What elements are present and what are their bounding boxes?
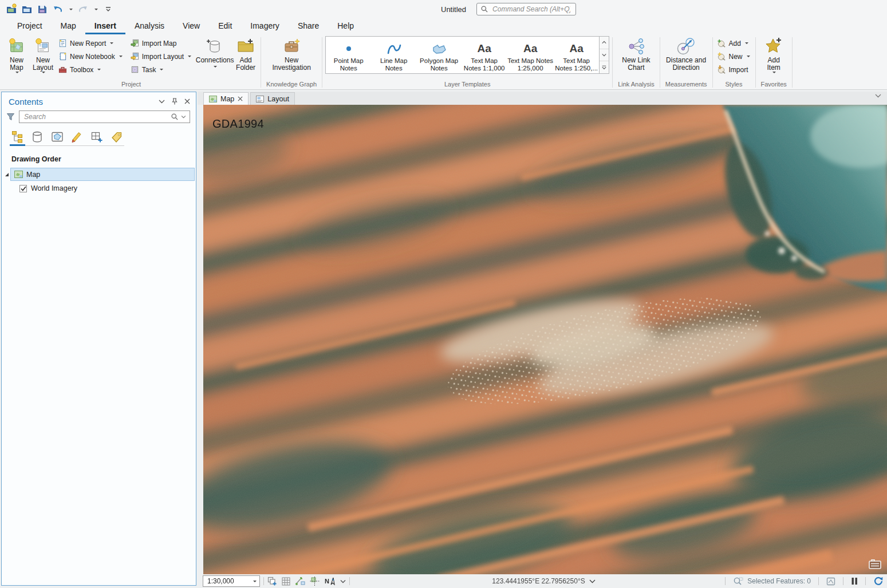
ribbon-separator	[755, 37, 756, 88]
customize-quick-access-button[interactable]	[101, 2, 115, 16]
add-folder-icon	[236, 36, 255, 57]
contents-search-input[interactable]	[23, 112, 168, 121]
save-project-button[interactable]	[36, 2, 49, 16]
distance-and-direction-icon	[676, 36, 696, 57]
redo-icon	[78, 5, 88, 14]
new-link-chart-button[interactable]: New Link Chart	[618, 34, 654, 72]
add-item-button[interactable]: Add Item	[760, 34, 787, 73]
pane-close-icon[interactable]	[184, 98, 190, 104]
command-search[interactable]	[476, 3, 576, 15]
ribbon-separator	[712, 37, 713, 88]
gallery-expand-button[interactable]	[600, 61, 609, 73]
layout-tab-icon	[256, 96, 264, 102]
ribbon-group-layer-templates: Point Map Notes Line Map Notes	[324, 34, 610, 89]
redo-dropdown[interactable]	[92, 2, 100, 16]
gallery-scroll-up-button[interactable]	[600, 37, 609, 49]
map-canvas[interactable]: GDA1994	[203, 105, 887, 574]
contents-view-tabs	[10, 129, 124, 146]
map-tab-icon	[209, 96, 217, 102]
tab-view[interactable]: View	[174, 18, 209, 34]
toolbox-icon	[58, 65, 67, 74]
tree-item-world-imagery[interactable]: World Imagery	[2, 182, 196, 195]
new-report-button[interactable]: New Report	[56, 37, 125, 49]
undo-icon	[53, 5, 63, 14]
status-bar: N 123.4441955°E 22.7956250°S	[200, 574, 887, 588]
tab-list-by-labeling[interactable]	[109, 129, 124, 146]
distance-and-direction-button[interactable]: Distance and Direction	[664, 34, 708, 72]
tab-analysis[interactable]: Analysis	[125, 18, 174, 34]
import-layout-button[interactable]: Import Layout	[128, 50, 194, 62]
open-project-icon	[21, 3, 33, 15]
gallery-scroll-down-button[interactable]	[600, 49, 609, 62]
checkmark-icon	[21, 186, 26, 191]
gallery-item-text-map-notes-250000[interactable]: Aa Text Map Notes 1:250,...	[554, 37, 599, 73]
command-search-input[interactable]	[491, 5, 571, 14]
contents-pane-title: Contents	[9, 97, 159, 106]
filter-icon[interactable]	[6, 113, 15, 121]
coordinates-dropdown-icon[interactable]	[589, 579, 596, 583]
gallery-item-text-map-notes-25000[interactable]: Aa Text Map Notes 1:25,000	[507, 37, 554, 73]
import-map-button[interactable]: Import Map	[128, 37, 194, 49]
tab-map[interactable]: Map	[52, 18, 85, 34]
view-tab-layout[interactable]: Layout	[250, 92, 295, 105]
undo-button[interactable]	[51, 2, 65, 16]
close-tab-icon[interactable]	[238, 96, 243, 101]
new-map-button[interactable]: New Map	[3, 34, 30, 73]
connections-button[interactable]: Connections	[197, 34, 232, 68]
pane-pin-icon[interactable]	[172, 98, 178, 105]
satellite-imagery	[203, 105, 887, 574]
contents-search[interactable]	[19, 111, 190, 123]
tab-share[interactable]: Share	[289, 18, 328, 34]
ribbon-group-knowledge-graph: New Investigation Knowledge Graph	[263, 34, 320, 89]
style-new-icon	[717, 52, 726, 61]
group-label-measurements: Measurements	[662, 81, 711, 89]
ribbon-group-measurements: Distance and Direction Measurements	[662, 34, 711, 89]
tab-edit[interactable]: Edit	[209, 18, 241, 34]
tab-list-chevron-icon[interactable]	[875, 94, 881, 98]
overview-flyout-button[interactable]	[868, 558, 882, 570]
styles-import-button[interactable]: Import	[715, 64, 752, 76]
layer-visibility-checkbox[interactable]	[19, 185, 27, 192]
task-button[interactable]: Task	[128, 64, 194, 76]
styles-new-button[interactable]: New	[715, 50, 752, 62]
toolbox-button[interactable]: Toolbox	[56, 64, 125, 76]
tab-list-by-editing[interactable]	[69, 129, 85, 146]
ribbon-separator	[261, 37, 261, 88]
view-tab-map[interactable]: Map	[203, 92, 249, 105]
new-project-button[interactable]	[5, 2, 18, 16]
tab-list-by-selection[interactable]	[49, 129, 65, 146]
gallery-item-point-map-notes[interactable]: Point Map Notes	[326, 37, 371, 73]
map-annotation-gda1994: GDA1994	[212, 117, 264, 131]
tab-list-by-data-source[interactable]	[30, 129, 45, 146]
tree-item-map[interactable]: Map	[10, 168, 195, 181]
new-layout-button[interactable]: New Layout	[30, 34, 56, 73]
ribbon-separator	[792, 37, 793, 88]
gallery-item-text-map-notes-1000[interactable]: Aa Text Map Notes 1:1,000	[462, 37, 507, 73]
redo-button[interactable]	[76, 2, 90, 16]
project-title: Untitled	[441, 5, 466, 14]
gallery-item-polygon-map-notes[interactable]: Polygon Map Notes	[416, 37, 462, 73]
search-dropdown-chevron-icon[interactable]	[181, 115, 186, 119]
tab-help[interactable]: Help	[328, 18, 363, 34]
tab-list-by-snapping[interactable]	[89, 129, 105, 146]
tab-insert[interactable]: Insert	[85, 18, 125, 34]
text-map-notes-icon: Aa	[478, 40, 491, 57]
group-label-layer-templates: Layer Templates	[324, 81, 610, 89]
customize-quick-access-icon	[105, 6, 112, 13]
new-investigation-button[interactable]: New Investigation	[270, 34, 313, 72]
undo-dropdown[interactable]	[66, 2, 74, 16]
tab-list-by-drawing-order[interactable]	[10, 129, 25, 146]
title-bar: Untitled	[0, 0, 887, 18]
style-add-icon	[717, 39, 726, 48]
pane-menu-chevron-icon[interactable]	[159, 100, 165, 104]
search-icon	[481, 6, 488, 13]
tab-imagery[interactable]: Imagery	[241, 18, 289, 34]
tree-item-world-imagery-label: World Imagery	[31, 184, 77, 192]
tab-project[interactable]: Project	[8, 18, 52, 34]
styles-add-button[interactable]: Add	[715, 37, 752, 49]
add-folder-button[interactable]: Add Folder	[232, 34, 259, 72]
new-notebook-button[interactable]: New Notebook	[56, 50, 125, 62]
expand-collapse-icon[interactable]	[5, 173, 9, 176]
gallery-item-line-map-notes[interactable]: Line Map Notes	[371, 37, 416, 73]
open-project-button[interactable]	[20, 2, 34, 16]
